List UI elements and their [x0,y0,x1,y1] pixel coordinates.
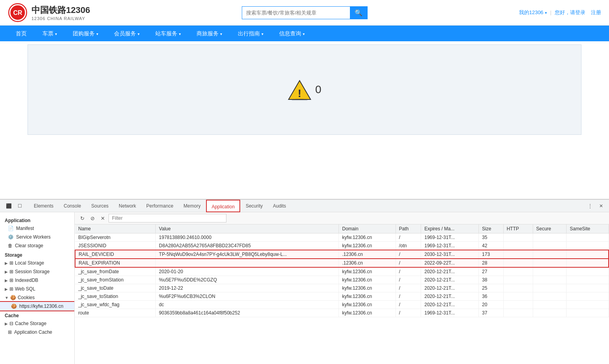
warning-number: 0 [315,83,322,96]
nav-item-tickets[interactable]: 车票▾ [35,26,65,41]
search-area: 🔍 [90,6,519,19]
search-input[interactable] [242,7,350,19]
logo-main-text: 中国铁路12306 [31,4,90,16]
nav-item-group[interactable]: 团购服务▾ [65,26,106,41]
nav-item-info[interactable]: 信息查询▾ [271,26,313,41]
logo-sub-text: 12306 CHINA RAILWAY [31,16,90,21]
warning-icon: ! [288,79,311,101]
search-button[interactable]: 🔍 [350,7,367,19]
nav-item-home[interactable]: 首页 [8,26,35,41]
top-bar: CR 中国铁路12306 12306 CHINA RAILWAY 🔍 我的123… [0,0,609,26]
logo-icon: CR [8,3,28,22]
svg-text:!: ! [298,87,301,99]
nav-item-member[interactable]: 会员服务▾ [106,26,147,41]
logo-area: CR 中国铁路12306 12306 CHINA RAILWAY [8,3,90,22]
logo-text: 中国铁路12306 12306 CHINA RAILWAY [31,4,90,21]
warning-area: ! 0 [288,79,322,101]
user-login[interactable]: 您好，请登录 [555,9,585,15]
user-register[interactable]: 注册 [591,9,601,15]
svg-text:CR: CR [13,9,22,16]
main-content-area: ! 0 [28,44,581,135]
nav-item-business[interactable]: 商旅服务▾ [189,26,230,41]
search-box: 🔍 [242,6,368,19]
user-area: 我的12306 ▾ | 您好，请登录 注册 [519,9,601,16]
user-account[interactable]: 我的12306 [519,9,543,15]
nav-bar: 首页 车票▾ 团购服务▾ 会员服务▾ 站车服务▾ 商旅服务▾ 出行指南▾ 信息查… [0,26,609,41]
nav-item-travel[interactable]: 出行指南▾ [230,26,271,41]
nav-item-station[interactable]: 站车服务▾ [147,26,189,41]
